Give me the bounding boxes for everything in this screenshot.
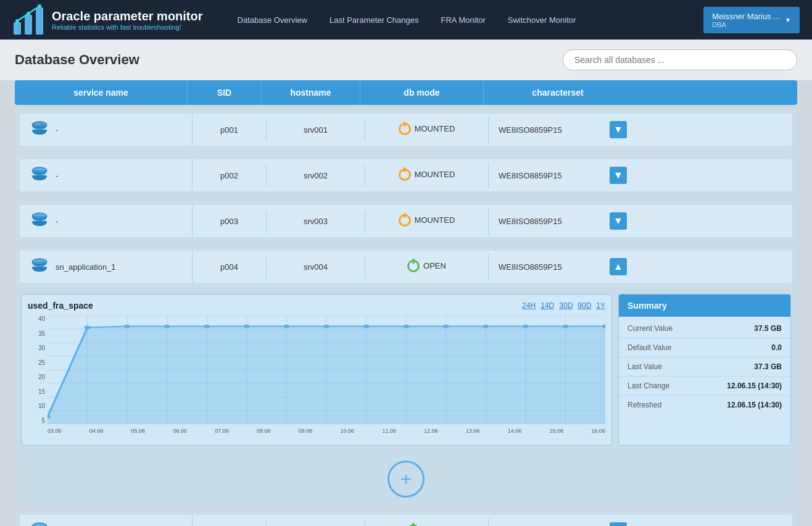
user-name: Meissner Marius ... xyxy=(712,12,780,21)
chart-dot xyxy=(483,325,489,328)
summary-value-refreshed: 12.06.15 (14:30) xyxy=(727,401,782,409)
add-button-container: + xyxy=(15,452,797,506)
col-dbmode: db mode xyxy=(360,80,484,105)
dbmode-3: MOUNTED xyxy=(365,208,489,235)
chart-svg-container xyxy=(48,315,605,424)
summary-value-change: 12.06.15 (14:30) xyxy=(727,382,782,390)
col-charset: characterset xyxy=(484,80,632,105)
col-hostname: hostname xyxy=(262,80,360,105)
table-row: - p003 srv003 MOUNTED WE8ISO8859P15 ▼ xyxy=(20,205,792,237)
chart-header: used_fra_space 24H 14D 30D 90D 1Y xyxy=(28,301,605,311)
user-badge[interactable]: Meissner Marius ... DBA ▼ xyxy=(703,7,800,33)
svg-point-3 xyxy=(15,19,19,23)
expand-btn-3[interactable]: ▼ xyxy=(610,212,627,230)
expand-btn-4[interactable]: ▲ xyxy=(610,258,627,275)
page-title: Database Overview xyxy=(15,52,139,68)
service-col-2: - xyxy=(20,159,193,191)
x-label: 10.06 xyxy=(341,428,355,439)
hostname-5: srv005 xyxy=(267,520,365,527)
summary-label-refreshed: Refreshed xyxy=(628,401,661,409)
nav-fra-monitor[interactable]: FRA Monitor xyxy=(431,10,495,30)
sid-5: p005 xyxy=(193,520,267,527)
svg-point-5 xyxy=(38,4,41,8)
power-icon-mounted xyxy=(399,169,411,181)
user-info: Meissner Marius ... DBA xyxy=(712,12,780,28)
service-name-1: - xyxy=(56,125,58,135)
sid-2: p002 xyxy=(193,165,267,186)
brand: Oracle parameter monitor Reliable statis… xyxy=(12,4,203,36)
db-row-wrap-4: sn_application_1 p004 srv004 OPEN WE8ISO… xyxy=(15,246,797,506)
chart-dot xyxy=(323,325,329,328)
charset-1: WE8ISO8859P15 ▼ xyxy=(489,115,637,144)
chart-title: used_fra_space xyxy=(28,301,93,311)
col-sid: SID xyxy=(188,80,262,105)
chart-dot xyxy=(244,325,250,328)
user-role: DBA xyxy=(712,21,780,28)
chart-x-labels: 03.06 04.06 05.06 06.06 07.06 08.06 09.0… xyxy=(48,428,605,439)
chart-area-fill xyxy=(48,327,605,424)
power-icon-open xyxy=(407,260,420,272)
x-label: 07.06 xyxy=(215,428,229,439)
power-icon-mounted xyxy=(399,214,411,227)
summary-row: Last Change 12.06.15 (14:30) xyxy=(619,377,790,396)
time-btn-24h[interactable]: 24H xyxy=(522,301,536,310)
nav-switchover[interactable]: Switchover Monitor xyxy=(498,10,586,30)
database-icon xyxy=(30,120,49,140)
x-label: 12.06 xyxy=(424,428,438,439)
nav-db-overview[interactable]: Database Overview xyxy=(228,10,317,30)
expand-btn-1[interactable]: ▼ xyxy=(610,121,627,138)
chart-dot xyxy=(523,325,529,328)
hostname-2: srv002 xyxy=(267,165,365,186)
y-label: 20 xyxy=(28,374,45,380)
summary-title: Summary xyxy=(619,294,790,317)
summary-row: Refreshed 12.06.15 (14:30) xyxy=(619,396,790,414)
chart-time-buttons: 24H 14D 30D 90D 1Y xyxy=(522,301,605,310)
db-table: service name SID hostname db mode charac… xyxy=(15,80,797,105)
summary-row: Last Value 37.3 GB xyxy=(619,357,790,377)
y-label: 10 xyxy=(28,403,45,409)
summary-label-default: Default Value xyxy=(628,343,671,352)
table-header: service name SID hostname db mode charac… xyxy=(15,80,797,105)
summary-value-default: 0.0 xyxy=(771,343,782,352)
add-database-button[interactable]: + xyxy=(387,461,425,498)
chart-dot xyxy=(403,325,409,328)
status-4: OPEN xyxy=(407,260,446,272)
charset-2: WE8ISO8859P15 ▼ xyxy=(489,161,637,190)
brand-text: Oracle parameter monitor Reliable statis… xyxy=(52,9,203,31)
y-label: 15 xyxy=(28,388,45,395)
service-col-3: - xyxy=(20,205,193,237)
charset-3: WE8ISO8859P15 ▼ xyxy=(489,206,637,236)
x-label: 08.06 xyxy=(257,428,271,439)
x-label: 06.06 xyxy=(173,428,187,439)
x-label: 03.06 xyxy=(48,428,62,439)
app-logo xyxy=(12,4,44,36)
nav-last-param[interactable]: Last Parameter Changes xyxy=(320,10,429,30)
service-col-4: sn_application_1 xyxy=(20,251,193,283)
time-btn-90d[interactable]: 90D xyxy=(578,301,591,310)
app-title: Oracle parameter monitor xyxy=(52,9,203,23)
x-label: 14.06 xyxy=(508,428,522,439)
database-icon xyxy=(30,257,49,277)
x-label: 16.06 xyxy=(591,428,605,439)
svg-point-8 xyxy=(32,122,47,128)
x-label: 15.06 xyxy=(550,428,564,439)
search-input[interactable] xyxy=(563,49,797,70)
expand-btn-5[interactable]: ▼ xyxy=(610,522,627,526)
svg-rect-2 xyxy=(36,7,43,35)
chart-dot xyxy=(164,325,170,328)
chart-dot xyxy=(443,325,449,328)
power-icon-mounted xyxy=(399,123,411,135)
time-btn-1y[interactable]: 1Y xyxy=(596,301,605,310)
navbar: Oracle parameter monitor Reliable statis… xyxy=(0,0,812,40)
dbmode-2: MOUNTED xyxy=(365,162,489,189)
sid-3: p003 xyxy=(193,211,267,232)
svg-rect-1 xyxy=(25,15,32,35)
chevron-down-icon: ▼ xyxy=(785,17,791,23)
sid-1: p001 xyxy=(193,119,267,141)
expand-btn-2[interactable]: ▼ xyxy=(610,167,627,184)
status-3: MOUNTED xyxy=(399,214,455,227)
chart-svg xyxy=(48,315,605,424)
time-btn-30d[interactable]: 30D xyxy=(559,301,573,310)
time-btn-14d[interactable]: 14D xyxy=(541,301,554,310)
status-1: MOUNTED xyxy=(399,123,455,135)
